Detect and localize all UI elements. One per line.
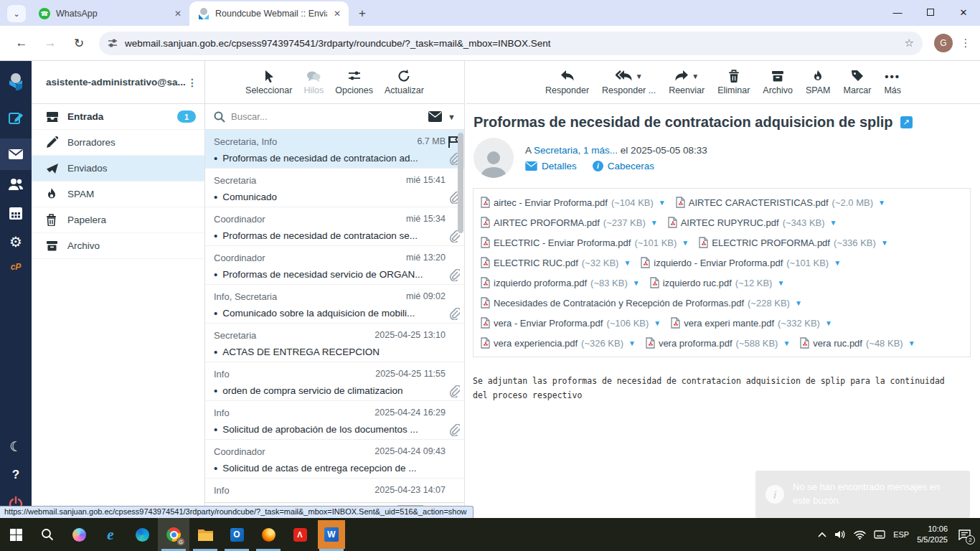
taskbar-acrobat-button[interactable]: Λ xyxy=(284,518,316,551)
attachment-menu-caret[interactable]: ▼ xyxy=(682,239,689,247)
taskbar-copilot-button[interactable] xyxy=(63,518,95,551)
list-item[interactable]: Info 2025-04-25 11:55 • orden de compra … xyxy=(205,362,464,401)
attachment-chip[interactable]: izquierdo - Enviar Proforma.pdf (~101 KB… xyxy=(641,253,841,273)
forward-button[interactable]: → xyxy=(39,32,62,55)
list-item[interactable]: Secretaria mié 15:41 • Comunicado xyxy=(205,169,464,207)
attachment-chip[interactable]: airtec - Enviar Proforma.pdf (~104 KB) ▼ xyxy=(481,192,666,212)
taskbar-search-button[interactable] xyxy=(32,518,63,551)
notification-center-button[interactable]: 2 xyxy=(956,526,973,543)
search-input[interactable] xyxy=(231,111,423,122)
attachment-chip[interactable]: vera experi mante.pdf (~332 KB) ▼ xyxy=(671,313,832,333)
rail-item-calendar[interactable] xyxy=(0,199,32,227)
compose-button[interactable] xyxy=(0,104,32,133)
sidebar-item-enviados[interactable]: Enviados xyxy=(32,156,204,182)
open-in-new-window-icon[interactable]: ↗ xyxy=(900,116,913,128)
attachment-chip[interactable]: izquierdo proforma.pdf (~83 KB) ▼ xyxy=(481,273,640,293)
attachment-chip[interactable]: ELECTRIC PROFORMA.pdf (~336 KB) ▼ xyxy=(699,232,888,253)
attachment-chip[interactable]: izquierdo ruc.pdf (~12 KB) ▼ xyxy=(650,273,785,293)
tray-chevron-icon[interactable] xyxy=(818,532,826,537)
archive-button[interactable]: Archivo xyxy=(763,69,793,95)
mark-button[interactable]: Marcar xyxy=(844,69,872,95)
attachment-chip[interactable]: vera experiencia.pdf (~326 KB) ▼ xyxy=(481,333,636,353)
taskbar-word-button[interactable]: W xyxy=(316,518,347,551)
attachment-menu-caret[interactable]: ▼ xyxy=(651,219,658,227)
taskbar-ie-button[interactable]: e xyxy=(95,518,126,551)
browser-menu-icon[interactable]: ⋮ xyxy=(958,37,973,50)
tabstrip-chevron-button[interactable]: ⌄ xyxy=(7,5,26,22)
attachment-chip[interactable]: AIRTEC PROFORMA.pdf (~237 KB) ▼ xyxy=(481,212,658,232)
headers-link[interactable]: Cabeceras xyxy=(608,161,654,171)
options-button[interactable]: Opciones xyxy=(335,69,373,95)
sidebar-item-borradores[interactable]: Borradores xyxy=(32,130,204,156)
attachment-menu-caret[interactable]: ▼ xyxy=(628,339,636,347)
forward-button[interactable]: ▼ Reenviar xyxy=(669,69,705,95)
taskbar-firefox-button[interactable] xyxy=(253,518,284,551)
clock[interactable]: 10:06 5/5/2025 xyxy=(917,524,948,545)
attachment-menu-caret[interactable]: ▼ xyxy=(908,339,915,347)
reload-button[interactable]: ↻ xyxy=(67,32,90,55)
more-button[interactable]: ••• Más xyxy=(884,69,901,95)
list-item[interactable]: Coordinador 2025-04-24 09:43 • Solicitud… xyxy=(205,440,464,479)
reply-button[interactable]: Responder xyxy=(545,69,589,95)
back-button[interactable]: ← xyxy=(10,32,33,55)
attachment-chip[interactable]: vera - Enviar Proforma.pdf (~106 KB) ▼ xyxy=(481,313,661,333)
attachment-menu-caret[interactable]: ▼ xyxy=(834,259,841,267)
help-button[interactable]: ? xyxy=(0,461,32,489)
close-window-button[interactable]: ✕ xyxy=(947,0,980,24)
chevron-down-icon[interactable]: ▼ xyxy=(692,72,699,80)
spam-button[interactable]: SPAM xyxy=(806,69,831,95)
attachment-chip[interactable]: vera ruc.pdf (~48 KB) ▼ xyxy=(800,333,915,353)
attachment-menu-caret[interactable]: ▼ xyxy=(795,299,802,307)
wifi-icon[interactable] xyxy=(854,530,866,540)
attachment-chip[interactable]: Necesidades de Contratación y Recepción … xyxy=(481,293,802,313)
close-tab-icon[interactable]: ✕ xyxy=(331,8,343,19)
reply-all-button[interactable]: ▼ Responder ... xyxy=(602,69,656,95)
attachment-menu-caret[interactable]: ▼ xyxy=(777,279,784,287)
select-button[interactable]: Seleccionar xyxy=(245,69,292,95)
list-scrollbar[interactable] xyxy=(458,133,463,233)
attachment-menu-caret[interactable]: ▼ xyxy=(878,199,885,207)
tab-whatsapp[interactable]: ☎ WhatsApp ✕ xyxy=(30,1,189,26)
start-button[interactable] xyxy=(0,518,32,551)
attachment-menu-caret[interactable]: ▼ xyxy=(825,319,832,327)
folder-menu-icon[interactable]: ⋮ xyxy=(187,77,197,88)
minimize-button[interactable]: — xyxy=(881,0,914,24)
close-tab-icon[interactable]: ✕ xyxy=(172,8,184,19)
sidebar-item-entrada[interactable]: Entrada 1 xyxy=(32,104,204,130)
profile-avatar[interactable]: G xyxy=(934,34,953,52)
attachment-chip[interactable]: vera proforma.pdf (~588 KB) ▼ xyxy=(646,333,790,353)
language-indicator[interactable]: ESP xyxy=(893,530,909,539)
attachment-menu-caret[interactable]: ▼ xyxy=(654,319,661,327)
search-options-chevron-icon[interactable]: ▼ xyxy=(448,113,456,121)
list-item[interactable]: Coordinador mié 15:34 • Proformas de nec… xyxy=(205,207,464,246)
address-bar[interactable]: webmail.sanjuan.gob.ec/cpsess9743974541/… xyxy=(99,32,923,55)
restore-button[interactable] xyxy=(914,0,947,24)
bookmark-star-icon[interactable]: ☆ xyxy=(905,37,914,50)
search-scope-envelope-icon[interactable] xyxy=(428,111,442,122)
attachment-chip[interactable]: ELECTRIC RUC.pdf (~32 KB) ▼ xyxy=(481,253,631,273)
refresh-button[interactable]: Actualizar xyxy=(385,69,424,95)
threads-button[interactable]: Hilos xyxy=(303,69,324,95)
tab-roundcube[interactable]: Roundcube Webmail :: Enviados ✕ xyxy=(189,1,349,26)
touch-keyboard-icon[interactable] xyxy=(874,530,885,540)
delete-button[interactable]: Eliminar xyxy=(717,69,750,95)
list-item[interactable]: Secretaria 2025-04-25 13:10 • ACTAS DE E… xyxy=(205,324,464,362)
attachment-menu-caret[interactable]: ▼ xyxy=(659,199,666,207)
more-recipients-link[interactable]: 1 más... xyxy=(583,145,618,156)
new-tab-button[interactable]: + xyxy=(353,4,372,23)
rail-item-cpanel[interactable]: cP xyxy=(0,256,32,278)
list-item[interactable]: Coordinador mié 13:20 • Proformas de nec… xyxy=(205,246,464,285)
chevron-down-icon[interactable]: ▼ xyxy=(636,72,643,80)
attachment-menu-caret[interactable]: ▼ xyxy=(881,239,888,247)
sidebar-item-archivo[interactable]: Archivo xyxy=(32,233,204,259)
list-item[interactable]: Secretaria, Info 6.7 MB • Proformas de n… xyxy=(205,130,464,169)
sidebar-item-spam[interactable]: SPAM xyxy=(32,182,204,207)
dark-mode-button[interactable]: ☾ xyxy=(0,432,32,461)
taskbar-explorer-button[interactable] xyxy=(189,518,221,551)
taskbar-chrome-button[interactable]: G xyxy=(158,518,189,551)
attachment-menu-caret[interactable]: ▼ xyxy=(633,279,640,287)
taskbar-edge-button[interactable] xyxy=(126,518,158,551)
sidebar-item-papelera[interactable]: Papelera xyxy=(32,207,204,233)
attachment-menu-caret[interactable]: ▼ xyxy=(830,219,837,227)
attachment-menu-caret[interactable]: ▼ xyxy=(623,259,631,267)
